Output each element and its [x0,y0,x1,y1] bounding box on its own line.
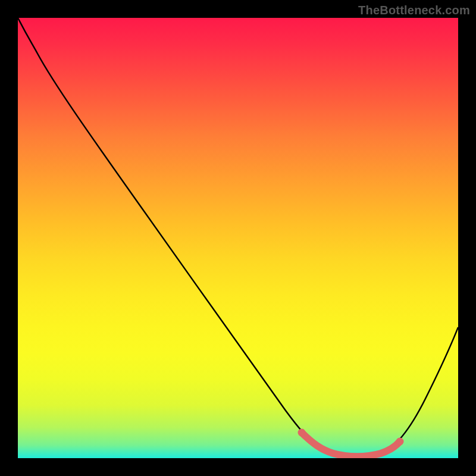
curve-svg [18,18,458,458]
bottleneck-curve [18,18,458,457]
optimal-range-highlight [302,433,400,456]
chart-container: TheBottleneck.com [0,0,476,476]
highlight-end-dot [396,438,404,446]
highlight-start-dot [298,429,306,437]
plot-area [18,18,458,458]
watermark-text: TheBottleneck.com [358,4,470,17]
